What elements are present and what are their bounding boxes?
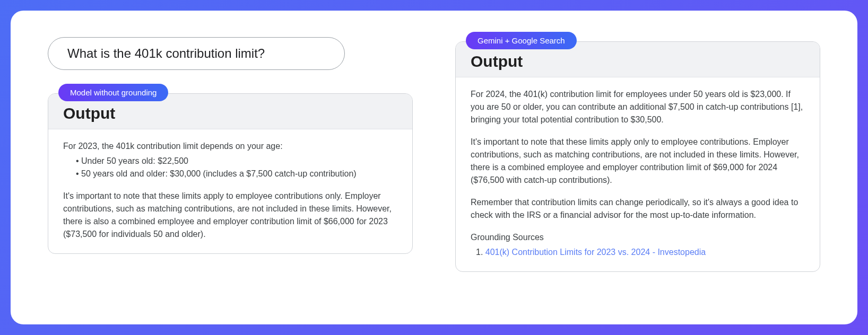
prompt-input-display: What is the 401k contribution limit?	[48, 37, 345, 70]
right-badge: Gemini + Google Search	[466, 32, 577, 49]
right-p3: Remember that contribution limits can ch…	[471, 196, 805, 222]
right-p2: It's important to note that these limits…	[471, 136, 805, 187]
left-output-title: Output	[63, 104, 397, 122]
right-card-body: For 2024, the 401(k) contribution limit …	[456, 77, 820, 271]
right-column: Gemini + Google Search Output For 2024, …	[455, 37, 820, 272]
left-bullet-1: • Under 50 years old: $22,500	[74, 155, 397, 168]
left-bullet-2: • 50 years old and older: $30,000 (inclu…	[74, 168, 397, 180]
source-number: 1.	[476, 248, 483, 257]
right-card-wrap: Gemini + Google Search Output For 2024, …	[455, 41, 820, 272]
left-badge: Model without grounding	[58, 84, 168, 101]
left-bullets: • Under 50 years old: $22,500 • 50 years…	[63, 155, 397, 180]
left-card-wrap: Model without grounding Output For 2023,…	[48, 93, 413, 254]
right-output-card: Output For 2024, the 401(k) contribution…	[455, 41, 820, 272]
grounding-source-link[interactable]: 401(k) Contribution Limits for 2023 vs. …	[485, 248, 706, 257]
comparison-canvas: What is the 401k contribution limit? Mod…	[11, 11, 857, 324]
left-p2: It's important to note that these limits…	[63, 190, 397, 241]
left-intro: For 2023, the 401k contribution limit de…	[63, 140, 397, 180]
right-output-title: Output	[471, 52, 805, 70]
right-p1: For 2024, the 401(k) contribution limit …	[471, 88, 805, 126]
left-column: What is the 401k contribution limit? Mod…	[48, 37, 413, 254]
grounding-source-item: 1. 401(k) Contribution Limits for 2023 v…	[471, 246, 805, 259]
prompt-text: What is the 401k contribution limit?	[67, 46, 265, 60]
left-card-body: For 2023, the 401k contribution limit de…	[48, 129, 412, 253]
grounding-sources-label: Grounding Sources	[471, 231, 805, 244]
left-intro-text: For 2023, the 401k contribution limit de…	[63, 142, 283, 151]
left-output-card: Output For 2023, the 401k contribution l…	[48, 93, 413, 254]
